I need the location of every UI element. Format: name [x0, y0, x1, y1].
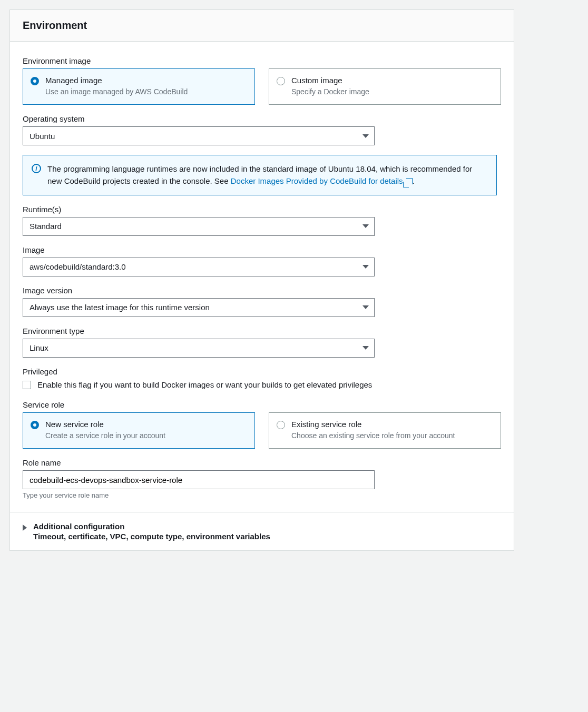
radio-icon	[277, 421, 285, 429]
privileged-text: Enable this flag if you want to build Do…	[37, 379, 372, 391]
environment-panel: Environment Environment image Managed im…	[9, 9, 514, 551]
info-alert: i The programming language runtimes are …	[23, 155, 497, 195]
service-role-label: Service role	[23, 400, 501, 409]
additional-config-toggle[interactable]: Additional configuration Timeout, certif…	[23, 522, 501, 541]
image-version-dropdown[interactable]: Always use the latest image for this run…	[23, 298, 375, 317]
caret-right-icon	[23, 525, 27, 531]
os-label: Operating system	[23, 114, 501, 123]
tile-desc: Specify a Docker image	[291, 87, 369, 97]
runtime-dropdown[interactable]: Standard	[23, 217, 375, 236]
info-icon: i	[32, 164, 41, 173]
env-image-label: Environment image	[23, 56, 501, 65]
chevron-down-icon	[362, 305, 369, 309]
info-link-text: Docker Images Provided by CodeBuild for …	[231, 176, 403, 185]
tile-title: New service role	[45, 419, 165, 430]
radio-icon	[31, 421, 39, 429]
runtime-label: Runtime(s)	[23, 205, 501, 214]
radio-icon	[277, 77, 285, 85]
image-dropdown[interactable]: aws/codebuild/standard:3.0	[23, 258, 375, 276]
additional-config-title: Additional configuration	[33, 522, 270, 531]
role-name-helper: Type your service role name	[23, 491, 501, 499]
tile-title: Managed image	[45, 75, 188, 86]
image-label: Image	[23, 245, 501, 254]
additional-config-desc: Timeout, certificate, VPC, compute type,…	[33, 532, 270, 541]
panel-title: Environment	[10, 10, 514, 42]
privileged-checkbox-row: Enable this flag if you want to build Do…	[23, 379, 501, 391]
chevron-down-icon	[362, 224, 369, 228]
tile-title: Custom image	[291, 75, 369, 86]
tile-desc: Use an image managed by AWS CodeBuild	[45, 87, 188, 97]
service-role-tiles: New service role Create a service role i…	[23, 412, 501, 449]
image-version-label: Image version	[23, 286, 501, 295]
tile-new-service-role[interactable]: New service role Create a service role i…	[23, 412, 255, 449]
info-text: The programming language runtimes are no…	[47, 163, 488, 187]
privileged-checkbox[interactable]	[23, 381, 31, 389]
tile-desc: Choose an existing service role from you…	[291, 431, 455, 441]
panel-body: Environment image Managed image Use an i…	[10, 42, 514, 512]
additional-config-section: Additional configuration Timeout, certif…	[10, 512, 514, 550]
dropdown-value: aws/codebuild/standard:3.0	[30, 262, 126, 271]
env-type-label: Environment type	[23, 327, 501, 335]
dropdown-value: Standard	[30, 222, 62, 231]
radio-icon	[31, 77, 39, 85]
role-name-label: Role name	[23, 458, 501, 467]
env-image-tiles: Managed image Use an image managed by AW…	[23, 68, 501, 105]
dropdown-value: Linux	[30, 343, 48, 352]
tile-title: Existing service role	[291, 419, 455, 430]
dropdown-value: Ubuntu	[30, 132, 55, 141]
privileged-label: Privileged	[23, 367, 501, 376]
tile-existing-service-role[interactable]: Existing service role Choose an existing…	[269, 412, 501, 449]
chevron-down-icon	[362, 265, 369, 269]
chevron-down-icon	[362, 134, 369, 138]
dropdown-value: Always use the latest image for this run…	[30, 303, 210, 312]
tile-managed-image[interactable]: Managed image Use an image managed by AW…	[23, 68, 255, 105]
os-dropdown[interactable]: Ubuntu	[23, 126, 375, 145]
external-link-icon	[406, 178, 413, 184]
role-name-input[interactable]	[23, 470, 375, 489]
env-type-dropdown[interactable]: Linux	[23, 339, 375, 358]
tile-desc: Create a service role in your account	[45, 431, 165, 441]
info-link[interactable]: Docker Images Provided by CodeBuild for …	[231, 176, 413, 185]
info-period: .	[413, 176, 415, 185]
chevron-down-icon	[362, 346, 369, 350]
tile-custom-image[interactable]: Custom image Specify a Docker image	[269, 68, 501, 105]
